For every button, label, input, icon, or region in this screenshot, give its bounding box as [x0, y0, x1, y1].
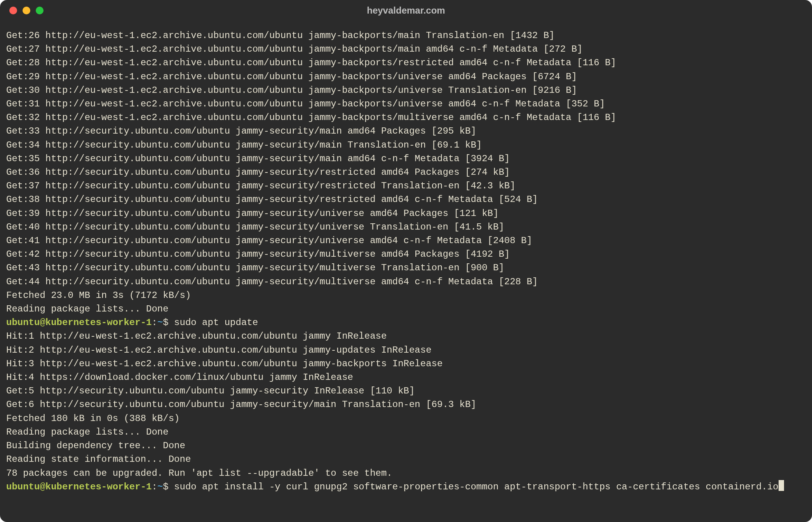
- terminal-output-line: Reading state information... Done: [6, 454, 191, 465]
- window-controls: [9, 7, 44, 14]
- terminal-output-line: Get:41 http://security.ubuntu.com/ubuntu…: [6, 235, 532, 246]
- terminal-output-line: Get:26 http://eu-west-1.ec2.archive.ubun…: [6, 30, 554, 41]
- prompt-path: ~: [157, 482, 163, 492]
- terminal-output-line: Get:27 http://eu-west-1.ec2.archive.ubun…: [6, 44, 582, 54]
- terminal-output-line: 78 packages can be upgraded. Run 'apt li…: [6, 468, 392, 478]
- titlebar: heyvaldemar.com: [0, 0, 812, 21]
- terminal-output-line: Get:31 http://eu-west-1.ec2.archive.ubun…: [6, 99, 605, 109]
- command-text: sudo apt install -y curl gnupg2 software…: [169, 482, 779, 492]
- terminal-output-line: Reading package lists... Done: [6, 427, 169, 437]
- terminal-output-line: Get:6 http://security.ubuntu.com/ubuntu …: [6, 399, 476, 410]
- prompt-path: ~: [157, 317, 163, 328]
- terminal-output-line: Get:38 http://security.ubuntu.com/ubuntu…: [6, 194, 538, 205]
- terminal-output-line: Get:5 http://security.ubuntu.com/ubuntu …: [6, 386, 415, 396]
- terminal-output-line: Get:37 http://security.ubuntu.com/ubuntu…: [6, 181, 516, 191]
- terminal-output-line: Get:43 http://security.ubuntu.com/ubuntu…: [6, 263, 504, 273]
- prompt-colon: :: [152, 482, 157, 492]
- terminal-output-line: Get:34 http://security.ubuntu.com/ubuntu…: [6, 140, 482, 150]
- terminal-output-line: Get:39 http://security.ubuntu.com/ubuntu…: [6, 208, 498, 219]
- terminal-output-line: Get:30 http://eu-west-1.ec2.archive.ubun…: [6, 85, 577, 96]
- cursor-icon: [779, 480, 784, 491]
- terminal-output-line: Get:40 http://security.ubuntu.com/ubuntu…: [6, 222, 504, 232]
- prompt-dollar: $: [163, 482, 168, 492]
- terminal-output-line: Get:44 http://security.ubuntu.com/ubuntu…: [6, 277, 538, 287]
- terminal-body[interactable]: Get:26 http://eu-west-1.ec2.archive.ubun…: [0, 21, 812, 500]
- terminal-output-line: Hit:3 http://eu-west-1.ec2.archive.ubunt…: [6, 358, 443, 369]
- terminal-output-line: Fetched 23.0 MB in 3s (7172 kB/s): [6, 290, 191, 301]
- terminal-output-line: Hit:2 http://eu-west-1.ec2.archive.ubunt…: [6, 345, 432, 355]
- command-text: sudo apt update: [169, 317, 258, 328]
- terminal-output-line: Get:28 http://eu-west-1.ec2.archive.ubun…: [6, 57, 616, 68]
- terminal-output-line: Hit:4 https://download.docker.com/linux/…: [6, 372, 353, 383]
- prompt-user-host: ubuntu@kubernetes-worker-1: [6, 317, 152, 328]
- terminal-output-line: Hit:1 http://eu-west-1.ec2.archive.ubunt…: [6, 331, 387, 341]
- terminal-output-line: Get:33 http://security.ubuntu.com/ubuntu…: [6, 126, 476, 136]
- terminal-output-line: Fetched 180 kB in 0s (388 kB/s): [6, 413, 179, 424]
- terminal-output-line: Get:32 http://eu-west-1.ec2.archive.ubun…: [6, 112, 616, 123]
- minimize-icon[interactable]: [23, 7, 30, 14]
- maximize-icon[interactable]: [36, 7, 44, 14]
- terminal-output-line: Building dependency tree... Done: [6, 440, 185, 451]
- terminal-output-line: Reading package lists... Done: [6, 304, 169, 314]
- window-title: heyvaldemar.com: [0, 5, 812, 16]
- terminal-output-line: Get:29 http://eu-west-1.ec2.archive.ubun…: [6, 71, 577, 82]
- prompt-dollar: $: [163, 317, 168, 328]
- close-icon[interactable]: [9, 7, 17, 14]
- terminal-window: heyvaldemar.com Get:26 http://eu-west-1.…: [0, 0, 812, 522]
- prompt-user-host: ubuntu@kubernetes-worker-1: [6, 482, 152, 492]
- prompt-colon: :: [152, 317, 157, 328]
- terminal-output-line: Get:42 http://security.ubuntu.com/ubuntu…: [6, 249, 510, 259]
- terminal-output-line: Get:35 http://security.ubuntu.com/ubuntu…: [6, 153, 510, 164]
- terminal-output-line: Get:36 http://security.ubuntu.com/ubuntu…: [6, 167, 510, 177]
